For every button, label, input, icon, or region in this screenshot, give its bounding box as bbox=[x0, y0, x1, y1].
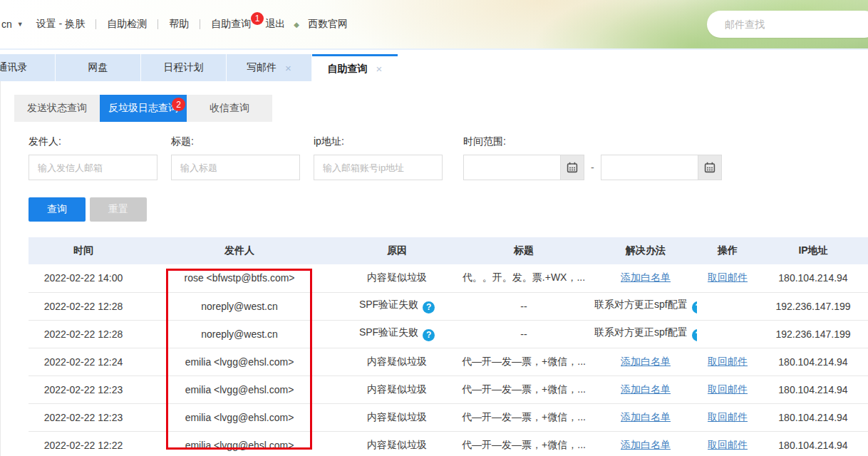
tab-netdisk[interactable]: 网盘 bbox=[56, 54, 141, 81]
reason-text: 内容疑似垃圾 bbox=[367, 411, 427, 423]
menu-item-help[interactable]: 帮助 bbox=[169, 18, 189, 31]
cell-sender: emilia <lvgg@ehsl.com> bbox=[138, 375, 341, 403]
help-icon[interactable]: ? bbox=[692, 329, 697, 341]
account-dropdown[interactable]: cn ▼ bbox=[1, 19, 24, 30]
cell-action bbox=[697, 292, 758, 320]
retrieve-mail-link[interactable]: 取回邮件 bbox=[708, 356, 748, 367]
add-whitelist-link[interactable]: 添加白名单 bbox=[621, 383, 671, 395]
antispam-log-table: 时间 发件人 原因 标题 解决办法 操作 IP地址 2022-02-22 14:… bbox=[29, 237, 868, 456]
retrieve-mail-link[interactable]: 取回邮件 bbox=[708, 411, 748, 423]
cell-ip: 180.104.214.94 bbox=[758, 403, 868, 431]
cell-time: 2022-02-22 12:22 bbox=[29, 431, 138, 456]
header-time: 时间 bbox=[29, 237, 138, 264]
tab-contacts[interactable]: 通讯录 bbox=[0, 54, 56, 81]
menu-item-skin[interactable]: 设置 - 换肤 bbox=[36, 18, 85, 31]
help-icon[interactable]: ? bbox=[423, 329, 435, 341]
cell-ip: 180.104.214.94 bbox=[758, 375, 868, 403]
cell-solution: 添加白名单 bbox=[594, 403, 697, 431]
menu-separator bbox=[157, 19, 158, 29]
notification-badge: 1 bbox=[251, 12, 264, 25]
solution-text: 联系对方更正spf配置 bbox=[594, 326, 688, 338]
cell-action: 取回邮件 bbox=[697, 431, 758, 456]
help-icon[interactable]: ? bbox=[423, 301, 435, 314]
cell-title: -- bbox=[453, 292, 594, 320]
cell-solution: 添加白名单 bbox=[594, 431, 697, 456]
close-icon[interactable]: × bbox=[376, 63, 383, 74]
mail-search-input[interactable] bbox=[725, 19, 846, 30]
reason-text: 内容疑似垃圾 bbox=[367, 271, 427, 283]
table-body: 2022-02-22 14:00rose <bfwstp@btfs.com>内容… bbox=[29, 264, 868, 456]
retrieve-mail-link[interactable]: 取回邮件 bbox=[708, 271, 748, 283]
cell-title: -- bbox=[453, 320, 594, 348]
add-whitelist-link[interactable]: 添加白名单 bbox=[621, 271, 671, 283]
table-row: 2022-02-22 12:28noreply@west.cnSPF验证失败?-… bbox=[29, 320, 868, 348]
reset-button[interactable]: 重置 bbox=[90, 197, 147, 222]
header-sender: 发件人 bbox=[138, 237, 341, 264]
calendar-to-button[interactable] bbox=[698, 155, 721, 180]
cell-title: 代—开—发—票，+微信，... bbox=[453, 403, 594, 431]
help-icon[interactable]: ? bbox=[692, 301, 697, 314]
menu-item-self-query[interactable]: 自助查询 bbox=[211, 18, 251, 31]
cell-reason: 内容疑似垃圾 bbox=[341, 403, 453, 431]
cell-ip: 180.104.214.94 bbox=[758, 431, 868, 456]
time-range-label: 时间范围: bbox=[463, 135, 722, 148]
cell-sender: rose <bfwstp@btfs.com> bbox=[138, 264, 341, 292]
date-from-input[interactable] bbox=[464, 155, 560, 180]
cell-sender: emilia <lvgg@ehsl.com> bbox=[138, 403, 341, 431]
table-row: 2022-02-22 12:28noreply@west.cnSPF验证失败?-… bbox=[29, 292, 868, 320]
query-form: 发件人: 标题: ip地址: 时间范围: bbox=[0, 135, 868, 185]
table-row: 2022-02-22 12:23emilia <lvgg@ehsl.com>内容… bbox=[29, 403, 868, 431]
close-icon[interactable]: × bbox=[285, 63, 291, 73]
cell-sender: emilia <lvgg@ehsl.com> bbox=[138, 348, 341, 375]
webmail-page: cn ▼ 设置 - 换肤 自助检测 帮助 自助查询 1 退出 ◆ 西数官网 通讯… bbox=[0, 0, 868, 456]
reason-text: 内容疑似垃圾 bbox=[367, 356, 427, 367]
header-title: 标题 bbox=[453, 237, 594, 264]
cell-reason: SPF验证失败? bbox=[341, 292, 453, 320]
tab-self-query[interactable]: 自助查询 × bbox=[312, 54, 398, 81]
add-whitelist-link[interactable]: 添加白名单 bbox=[621, 356, 671, 367]
title-input[interactable] bbox=[171, 155, 300, 180]
cell-title: 代。。开。发。票.+WX，... bbox=[453, 264, 594, 292]
menu-item-west-site[interactable]: 西数官网 bbox=[308, 18, 348, 31]
menu-item-logout[interactable]: 退出 bbox=[265, 18, 285, 31]
subtab-send-status[interactable]: 发送状态查询 bbox=[14, 95, 100, 122]
form-buttons: 查询 重置 bbox=[29, 197, 147, 222]
query-button[interactable]: 查询 bbox=[29, 197, 86, 222]
cell-action: 取回邮件 bbox=[697, 264, 758, 292]
title-label: 标题: bbox=[171, 135, 300, 148]
diamond-icon: ◆ bbox=[294, 21, 299, 28]
retrieve-mail-link[interactable]: 取回邮件 bbox=[708, 439, 748, 450]
range-separator: - bbox=[591, 162, 594, 173]
tab-calendar[interactable]: 日程计划 bbox=[141, 54, 227, 81]
retrieve-mail-link[interactable]: 取回邮件 bbox=[708, 383, 748, 395]
subtab-antispam-log[interactable]: 反垃圾日志查询 2 bbox=[100, 95, 187, 122]
date-to-box bbox=[601, 155, 722, 180]
cell-time: 2022-02-22 12:28 bbox=[29, 320, 138, 348]
sender-field-group: 发件人: bbox=[29, 135, 157, 180]
cell-solution: 添加白名单 bbox=[594, 348, 697, 375]
menu-item-self-check[interactable]: 自助检测 bbox=[107, 18, 147, 31]
add-whitelist-link[interactable]: 添加白名单 bbox=[621, 439, 671, 450]
cell-action bbox=[697, 320, 758, 348]
cell-action: 取回邮件 bbox=[697, 375, 758, 403]
calendar-icon bbox=[567, 162, 578, 173]
notification-badge: 2 bbox=[172, 98, 185, 111]
date-to-input[interactable] bbox=[601, 155, 698, 180]
chevron-down-icon: ▼ bbox=[17, 21, 24, 28]
tabs: 通讯录 网盘 日程计划 写邮件 × 自助查询 × bbox=[0, 54, 398, 81]
ip-field-group: ip地址: bbox=[314, 135, 443, 180]
cell-reason: SPF验证失败? bbox=[341, 320, 453, 348]
subtab-receive-query[interactable]: 收信查询 bbox=[187, 95, 272, 122]
sender-input[interactable] bbox=[29, 155, 157, 180]
ip-input[interactable] bbox=[314, 155, 443, 180]
tab-strip: 通讯录 网盘 日程计划 写邮件 × 自助查询 × bbox=[0, 48, 868, 81]
mail-search-box bbox=[707, 11, 868, 38]
cell-solution: 添加白名单 bbox=[594, 264, 697, 292]
reason-text: SPF验证失败 bbox=[359, 299, 418, 310]
add-whitelist-link[interactable]: 添加白名单 bbox=[621, 411, 671, 423]
calendar-from-button[interactable] bbox=[560, 155, 584, 180]
cell-time: 2022-02-22 12:28 bbox=[29, 292, 138, 320]
tab-compose[interactable]: 写邮件 × bbox=[227, 54, 312, 81]
cell-ip: 180.104.214.94 bbox=[758, 348, 868, 375]
cell-time: 2022-02-22 12:23 bbox=[29, 403, 138, 431]
